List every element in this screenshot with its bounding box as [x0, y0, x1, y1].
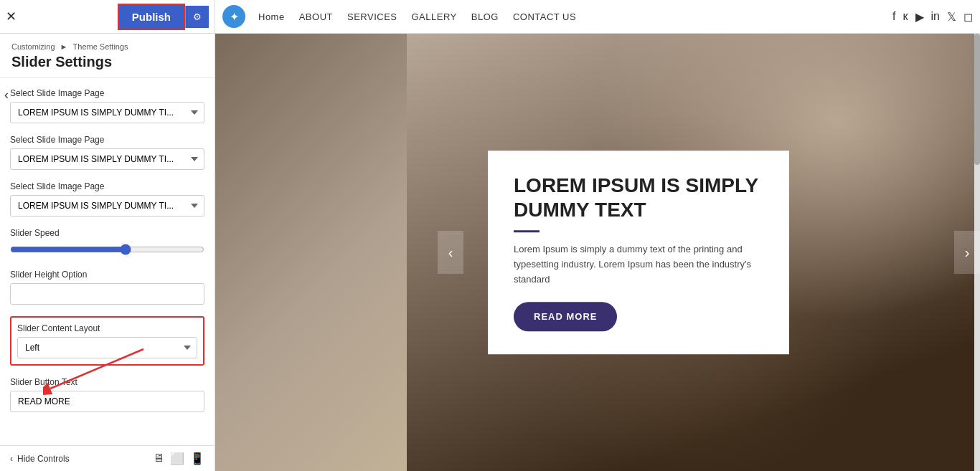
hero-card: LOREM IPSUM IS SIMPLY DUMMY TEXT Lorem I… [488, 151, 789, 354]
slide1-group: Select Slide Image Page LOREM IPSUM IS S… [10, 88, 204, 123]
hero-divider [514, 230, 540, 232]
slider-content-layout-group: Slider Content Layout Left Center Right [10, 316, 204, 366]
logo-icon: ✦ [230, 10, 239, 24]
publish-button[interactable]: Publish [118, 4, 185, 30]
slider-speed-input[interactable] [10, 244, 204, 255]
slide3-select[interactable]: LOREM IPSUM IS SIMPLY DUMMY TI... [10, 195, 204, 217]
slider-height-label: Slider Height Option [10, 270, 204, 280]
nav-gallery[interactable]: GALLERY [412, 11, 457, 22]
slider-content-layout-label: Slider Content Layout [17, 323, 197, 333]
desktop-icon[interactable]: 🖥 [153, 452, 164, 465]
hero-title: LOREM IPSUM IS SIMPLY DUMMY TEXT [514, 173, 763, 222]
slider-speed-group: Slider Speed [10, 228, 204, 258]
close-button[interactable]: ✕ [6, 9, 17, 24]
sidebar-content: Select Slide Image Page LOREM IPSUM IS S… [0, 78, 215, 445]
slider-button-text-input[interactable] [10, 391, 204, 412]
hide-controls-label: Hide Controls [17, 454, 70, 464]
chevron-left-icon: ‹ [10, 454, 13, 464]
preview-area: LOREM IPSUM IS SIMPLY DUMMY TEXT Lorem I… [215, 34, 980, 471]
device-icons: 🖥 ⬜ 📱 [153, 452, 204, 465]
slide1-label: Select Slide Image Page [10, 88, 204, 98]
slider-next-arrow[interactable]: › [954, 231, 980, 274]
social-icons: f к ▶ in 𝕏 ◻ [892, 10, 973, 24]
publish-area: Publish ⚙ [118, 4, 209, 30]
tablet-icon[interactable]: ⬜ [170, 452, 184, 465]
site-logo: ✦ [222, 5, 245, 28]
mobile-icon[interactable]: 📱 [190, 452, 204, 465]
top-bar-nav: ✦ Home ABOUT SERVICES GALLERY BLOG CONTA… [215, 5, 980, 28]
nav-home[interactable]: Home [258, 11, 285, 22]
slider-content-layout-select[interactable]: Left Center Right [17, 337, 197, 358]
slider-button-text-label: Slider Button Text [10, 377, 204, 387]
nav-about[interactable]: ABOUT [299, 11, 333, 22]
hero-background: LOREM IPSUM IS SIMPLY DUMMY TEXT Lorem I… [215, 34, 980, 471]
slide2-select[interactable]: LOREM IPSUM IS SIMPLY DUMMY TI... [10, 148, 204, 170]
twitter-icon[interactable]: 𝕏 [947, 10, 956, 24]
main-layout: Customizing ► Theme Settings Slider Sett… [0, 34, 980, 471]
gear-button[interactable]: ⚙ [185, 6, 209, 28]
nav-blog[interactable]: BLOG [471, 11, 499, 22]
nav-links: Home ABOUT SERVICES GALLERY BLOG CONTACT… [258, 11, 576, 22]
hide-controls-button[interactable]: ‹ Hide Controls [10, 454, 70, 464]
slide2-group: Select Slide Image Page LOREM IPSUM IS S… [10, 135, 204, 170]
slider-speed-label: Slider Speed [10, 228, 204, 238]
preview-scrollbar-thumb [974, 34, 980, 165]
hero-read-more-button[interactable]: READ MORE [514, 302, 617, 331]
slider-button-text-group: Slider Button Text [10, 377, 204, 412]
slider-prev-arrow[interactable]: ‹ [438, 231, 463, 274]
back-button[interactable]: ‹ [4, 87, 9, 103]
slider-height-input[interactable] [10, 283, 204, 305]
nav-services[interactable]: SERVICES [347, 11, 397, 22]
youtube-icon[interactable]: ▶ [915, 10, 924, 24]
sidebar: Customizing ► Theme Settings Slider Sett… [0, 34, 215, 471]
top-bar-left: ✕ Publish ⚙ [0, 0, 215, 33]
sidebar-header: Customizing ► Theme Settings Slider Sett… [0, 34, 215, 78]
breadcrumb: Customizing ► Theme Settings [11, 42, 203, 51]
hero-body: Lorem Ipsum is simply a dummy text of th… [514, 242, 763, 287]
slide3-label: Select Slide Image Page [10, 181, 204, 191]
instagram-icon[interactable]: ◻ [963, 10, 973, 24]
slide3-group: Select Slide Image Page LOREM IPSUM IS S… [10, 181, 204, 217]
page-title: Slider Settings [11, 54, 203, 70]
breadcrumb-separator: ► [60, 42, 70, 51]
facebook-icon[interactable]: f [892, 10, 895, 23]
top-bar: ✕ Publish ⚙ ✦ Home ABOUT SERVICES GALLER… [0, 0, 980, 34]
nav-contact[interactable]: CONTACT US [513, 11, 576, 22]
slide1-select[interactable]: LOREM IPSUM IS SIMPLY DUMMY TI... [10, 102, 204, 123]
breadcrumb-customizing[interactable]: Customizing [11, 42, 55, 51]
linkedin-icon[interactable]: in [931, 10, 940, 23]
slide2-label: Select Slide Image Page [10, 135, 204, 145]
sidebar-footer: ‹ Hide Controls 🖥 ⬜ 📱 [0, 445, 215, 471]
breadcrumb-theme-settings[interactable]: Theme Settings [73, 42, 128, 51]
slider-height-group: Slider Height Option [10, 270, 204, 305]
vk-icon[interactable]: к [903, 10, 908, 23]
